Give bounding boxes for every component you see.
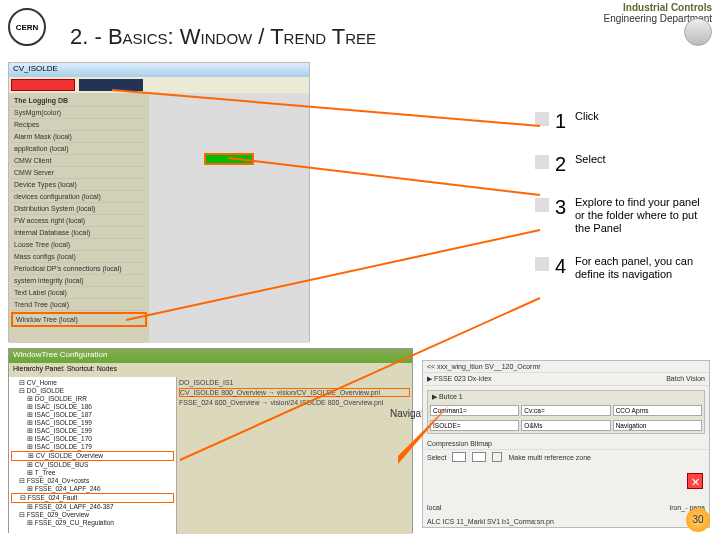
menu-item[interactable]: devices configuration (local) (11, 191, 147, 203)
tree-node[interactable]: ⊞ FSSE_024_LAPF_246 (11, 485, 174, 493)
menu-item[interactable]: Text Label (local) (11, 287, 147, 299)
tree-panel[interactable]: ⊟ CV_Home⊟ DO_ISOLDE⊞ DO_ISOLDE_IRR⊞ ISA… (9, 377, 177, 534)
menu-item[interactable]: Trend Tree (local) (11, 299, 147, 311)
config-menu: The Logging DBSysMgm(color)RecipesAlarm … (9, 93, 149, 343)
step: 2Select (535, 153, 710, 176)
config-right-pane (149, 93, 309, 343)
menu-item[interactable]: system integrity (local) (11, 275, 147, 287)
s3-panel-label: ▶ Butce 1 (428, 391, 704, 403)
green-button[interactable] (204, 153, 254, 165)
tree-node[interactable]: ⊟ FSSE_024_Ov+costs (11, 477, 174, 485)
step: 3Explore to find your panel or the folde… (535, 196, 710, 235)
red-tab[interactable] (11, 79, 75, 91)
grid-cell[interactable]: Cv:ca= (521, 405, 610, 416)
step-bullet (535, 155, 549, 169)
step-text: Click (575, 110, 710, 133)
menu-item[interactable]: Loose Tree (local) (11, 239, 147, 251)
menu-item[interactable]: Recipes (11, 119, 147, 131)
slide-title: 2. - Basics: Window / Trend Tree (70, 24, 376, 50)
tree-node[interactable]: ⊞ CV_ISOLDE_BUS (11, 461, 174, 469)
tree-node[interactable]: ⊞ ISAC_ISOLDE_199 (11, 427, 174, 435)
chk-label: Make multi reference zone (508, 454, 590, 461)
grid-cell[interactable]: ISOLDE= (430, 420, 519, 431)
tree-node[interactable]: ⊞ T_Tree (11, 469, 174, 477)
menu-item[interactable]: Periodical DP's connections (local) (11, 263, 147, 275)
select-box[interactable] (452, 452, 466, 462)
cern-logo: CERN (8, 8, 46, 46)
step: 1Click (535, 110, 710, 133)
step-num: 4 (555, 255, 569, 281)
tree-node[interactable]: ⊟ DO_ISOLDE (11, 387, 174, 395)
step-bullet (535, 257, 549, 271)
tree-node[interactable]: ⊞ ISAC_ISOLDE_199 (11, 419, 174, 427)
menu-item[interactable]: SysMgm(color) (11, 107, 147, 119)
grid-cell[interactable]: Navigation (613, 420, 702, 431)
s3-bottom3: ALC ICS 11_Markl SV1 b1_Corma:sn.pn (423, 516, 709, 527)
tree-node[interactable]: ⊞ FSSE_029_CU_Regulation (11, 519, 174, 527)
tree-node[interactable]: ⊞ DO_ISOLDE_IRR (11, 395, 174, 403)
tree-right-line: CV_ISOLDE 800_Overview → vision/CV_ISOLD… (179, 388, 410, 397)
tree-node[interactable]: ⊞ ISAC_ISOLDE_186 (11, 403, 174, 411)
step-text: Select (575, 153, 710, 176)
tree-right-line: DO_ISOLDE_IS1 (179, 379, 410, 386)
window-titlebar: CV_ISOLDE (9, 63, 309, 77)
page-number: 30 (686, 508, 710, 532)
checkbox[interactable] (492, 452, 502, 462)
menu-item[interactable]: Alarm Mask (local) (11, 131, 147, 143)
top-tabs (9, 77, 309, 93)
menu-item[interactable]: Window Tree (local) (11, 312, 147, 327)
tree-node[interactable]: ⊞ ISAC_ISOLDE_187 (11, 411, 174, 419)
close-button[interactable]: ✕ (687, 473, 703, 489)
menu-item[interactable]: Internal Database (local) (11, 227, 147, 239)
s3-compression: Compression Bitmap (423, 438, 709, 450)
screenshot-windowtree: WindowTree Configuration Hierarchy Panel… (8, 348, 413, 533)
menu-item[interactable]: Mass configs (local) (11, 251, 147, 263)
slide-header: CERN 2. - Basics: Window / Trend Tree In… (0, 0, 720, 56)
select-label: Select (427, 454, 446, 461)
step-bullet (535, 112, 549, 126)
step-num: 2 (555, 153, 569, 176)
screenshot-pvss-console: CV_ISOLDE The Logging DBSysMgm(color)Rec… (8, 62, 310, 342)
grid-cell[interactable]: O&Ms (521, 420, 610, 431)
windowtree-toolbar: Hierarchy Panel: Shortcut: Nodes (9, 363, 412, 377)
step-text: For each panel, you can define its navig… (575, 255, 710, 281)
windowtree-titlebar: WindowTree Configuration (9, 349, 412, 363)
tree-node[interactable]: ⊞ ISAC_ISOLDE_170 (11, 435, 174, 443)
tree-right-line: FSSE_024 800_Overview → vision/24 ISOLDE… (179, 399, 410, 406)
screenshot-panel-config: << xxx_wing_ition SV__120_Ocormr ▶ FSSE … (422, 360, 710, 528)
step-list: 1Click2Select3Explore to find your panel… (535, 110, 710, 301)
tree-node[interactable]: ⊞ ISAC_ISOLDE_179 (11, 443, 174, 451)
menu-item[interactable]: Device Types (local) (11, 179, 147, 191)
s3-panel: ▶ Butce 1 Comman1=Cv:ca=CCO Aprns ISOLDE… (427, 390, 705, 434)
select-box[interactable] (472, 452, 486, 462)
tree-node[interactable]: ⊟ FSSE_029_Overview (11, 511, 174, 519)
menu-item[interactable]: application (local) (11, 143, 147, 155)
tree-right-panel: DO_ISOLDE_IS1 CV_ISOLDE 800_Overview → v… (177, 377, 412, 534)
tree-node[interactable]: ⊞ FSSE_024_LAPF_246-387 (11, 503, 174, 511)
tree-node[interactable]: ⊞ CV_ISOLDE_Overview (11, 451, 174, 461)
step: 4For each panel, you can define its navi… (535, 255, 710, 281)
brand-small: Industrial Controls (604, 2, 712, 13)
blue-tab[interactable] (79, 79, 143, 91)
tree-node[interactable]: ⊟ FSSE_024_Fault (11, 493, 174, 503)
s3-row: ▶ FSSE 023 Dx-idex (427, 375, 492, 383)
menu-item[interactable]: Distribution System (local) (11, 203, 147, 215)
tree-node[interactable]: ⊟ CV_Home (11, 379, 174, 387)
s3-bottom: local (427, 504, 441, 511)
logo-text: CERN (16, 23, 39, 32)
s3-batch: Batch Vision (666, 375, 705, 383)
menu-item[interactable]: CMW Server (11, 167, 147, 179)
menu-item[interactable]: FW access right (local) (11, 215, 147, 227)
grid-cell[interactable]: CCO Aprns (613, 405, 702, 416)
menu-item[interactable]: CMW Client (11, 155, 147, 167)
step-num: 1 (555, 110, 569, 133)
step-bullet (535, 198, 549, 212)
grid-cell[interactable]: Comman1= (430, 405, 519, 416)
step-num: 3 (555, 196, 569, 235)
enice-logo (684, 18, 712, 46)
s3-row: << xxx_wing_ition SV__120_Ocormr (423, 361, 709, 373)
step-text: Explore to find your panel or the folder… (575, 196, 710, 235)
